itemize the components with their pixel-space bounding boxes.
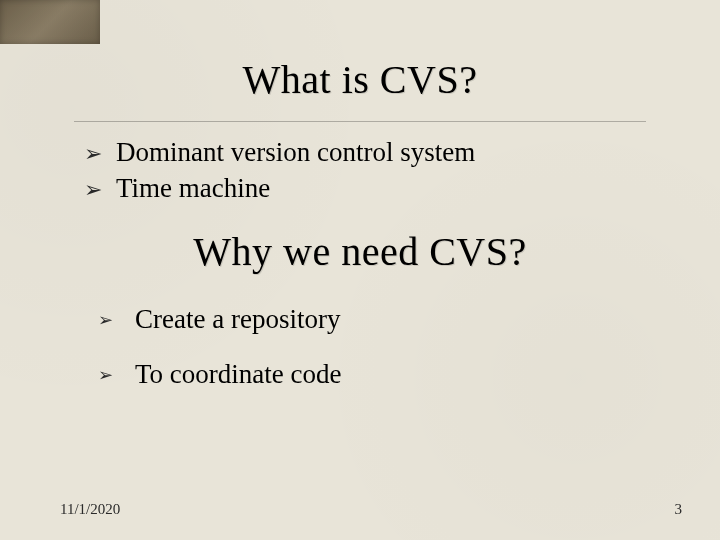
footer-date: 11/1/2020 xyxy=(60,501,120,518)
heading-1: What is CVS? xyxy=(74,56,646,103)
bullet-list-1: ➢ Dominant version control system ➢ Time… xyxy=(84,136,646,206)
bullet-text: To coordinate code xyxy=(135,358,342,392)
bullet-text: Create a repository xyxy=(135,303,340,337)
list-item: ➢ To coordinate code xyxy=(98,358,646,392)
bullet-arrow-icon: ➢ xyxy=(84,176,102,204)
bullet-arrow-icon: ➢ xyxy=(84,140,102,168)
bullet-text: Time machine xyxy=(116,172,270,206)
list-item: ➢ Dominant version control system xyxy=(84,136,646,170)
list-item: ➢ Create a repository xyxy=(98,303,646,337)
bullet-list-2: ➢ Create a repository ➢ To coordinate co… xyxy=(98,303,646,393)
heading-2: Why we need CVS? xyxy=(74,228,646,275)
bullet-arrow-icon: ➢ xyxy=(98,309,113,332)
footer: 11/1/2020 3 xyxy=(0,501,720,518)
bullet-arrow-icon: ➢ xyxy=(98,364,113,387)
section-2: Why we need CVS? ➢ Create a repository ➢… xyxy=(74,228,646,393)
bullet-text: Dominant version control system xyxy=(116,136,475,170)
footer-page-number: 3 xyxy=(675,501,683,518)
heading-divider xyxy=(74,121,646,122)
slide-content: What is CVS? ➢ Dominant version control … xyxy=(0,0,720,392)
list-item: ➢ Time machine xyxy=(84,172,646,206)
